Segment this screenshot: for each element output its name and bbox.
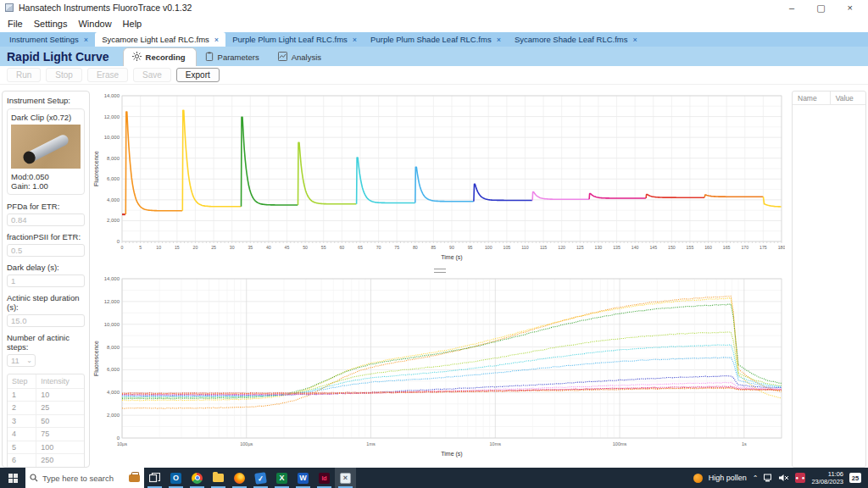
- start-button[interactable]: [0, 468, 25, 488]
- svg-text:14,000: 14,000: [104, 276, 120, 281]
- save-button[interactable]: Save: [133, 68, 171, 82]
- indesign-icon[interactable]: Id: [314, 468, 335, 488]
- document-tabs: Instrument Settings×Sycamore Light Leaf …: [0, 32, 868, 47]
- bottom-chart: 02,0004,0006,0008,00010,00012,00014,0001…: [90, 275, 785, 463]
- steps-table-header: Intensity: [36, 377, 70, 385]
- close-icon[interactable]: ×: [497, 36, 501, 44]
- field-input[interactable]: 15.0: [7, 314, 85, 327]
- taskbar-clock[interactable]: 11:06 23/08/2023: [811, 470, 843, 486]
- table-row[interactable]: 110: [8, 388, 84, 402]
- results-value-header: Value: [831, 94, 854, 103]
- menu-item-help[interactable]: Help: [123, 19, 142, 29]
- svg-text:85: 85: [431, 245, 436, 250]
- svg-text:140: 140: [632, 245, 639, 250]
- doc-tab-label: Sycamore Light Leaf RLC.fms: [102, 35, 209, 44]
- menu-item-file[interactable]: File: [8, 19, 23, 29]
- tab-parameters[interactable]: Parameters: [197, 48, 270, 66]
- svg-text:180: 180: [778, 245, 785, 250]
- svg-text:10,000: 10,000: [104, 135, 120, 140]
- tab-analysis[interactable]: Analysis: [270, 48, 331, 66]
- svg-text:2,000: 2,000: [107, 218, 120, 223]
- doc-tab[interactable]: Sycamore Light Leaf RLC.fms×: [95, 32, 225, 47]
- volume-muted-icon[interactable]: [779, 474, 789, 482]
- table-cell: 75: [36, 430, 49, 438]
- actinic-steps-dropdown[interactable]: 11 ⌄: [7, 354, 36, 367]
- svg-text:4,000: 4,000: [107, 390, 120, 395]
- svg-text:80: 80: [413, 245, 418, 250]
- charts-area: 02,0004,0006,0008,00010,00012,00014,0000…: [90, 85, 790, 468]
- excel-icon[interactable]: X: [271, 468, 292, 488]
- table-row[interactable]: 225: [8, 401, 84, 414]
- doc-tab[interactable]: Purple Plum Shade Leaf RLC.fms×: [364, 32, 508, 47]
- erase-button[interactable]: Erase: [87, 68, 128, 82]
- table-row[interactable]: 5100: [8, 441, 84, 454]
- network-icon[interactable]: [764, 474, 773, 482]
- svg-text:160: 160: [704, 245, 712, 250]
- viewer-icon[interactable]: ✓: [250, 468, 271, 488]
- svg-text:55: 55: [321, 245, 326, 250]
- svg-text:100ms: 100ms: [613, 441, 627, 446]
- outlook-icon[interactable]: O: [165, 468, 186, 488]
- svg-text:90: 90: [449, 245, 454, 250]
- chart-splitter[interactable]: [90, 265, 790, 275]
- file-explorer-icon[interactable]: [208, 468, 229, 488]
- svg-text:125: 125: [576, 245, 584, 250]
- chevron-up-icon[interactable]: ⌃: [753, 474, 759, 482]
- svg-text:Fluorescence: Fluorescence: [93, 151, 99, 186]
- menu-item-window[interactable]: Window: [78, 19, 111, 29]
- svg-text:145: 145: [649, 245, 657, 250]
- firefox-icon[interactable]: [229, 468, 250, 488]
- svg-text:0: 0: [121, 245, 124, 250]
- taskbar-search[interactable]: Type here to search: [25, 468, 144, 488]
- svg-text:0: 0: [117, 435, 120, 441]
- table-cell: 10: [36, 391, 49, 399]
- svg-text:12,000: 12,000: [104, 114, 120, 119]
- doc-tab[interactable]: Sycamore Shade Leaf RLC.fms×: [508, 32, 644, 47]
- field-input[interactable]: 1: [7, 274, 85, 287]
- steps-table: StepIntensity110225350475510062507500810…: [7, 374, 85, 468]
- top-chart: 02,0004,0006,0008,00010,00012,00014,0000…: [90, 91, 785, 265]
- chrome-icon[interactable]: [186, 468, 208, 488]
- doc-tab[interactable]: Instrument Settings×: [3, 32, 95, 47]
- maximize-button[interactable]: ▢: [816, 3, 825, 14]
- tray-app-icon[interactable]: ● ●: [795, 473, 805, 483]
- svg-text:Fluorescence: Fluorescence: [93, 341, 99, 376]
- briefcase-icon: [129, 474, 140, 482]
- table-row[interactable]: 475: [8, 427, 84, 441]
- windows-logo-icon: [8, 474, 18, 483]
- minimize-button[interactable]: –: [789, 3, 794, 14]
- close-button[interactable]: ×: [848, 3, 853, 14]
- system-tray: High pollen ⌃ ● ● 11:06 23/08/2023 25: [693, 470, 868, 486]
- export-button[interactable]: Export: [176, 68, 220, 82]
- svg-text:10µs: 10µs: [117, 441, 127, 446]
- stop-button[interactable]: Stop: [46, 68, 82, 82]
- taskbar-apps: O✓XWId×: [144, 468, 356, 488]
- close-icon[interactable]: ×: [633, 36, 637, 44]
- task-view-icon[interactable]: [144, 468, 165, 488]
- fluorotrace-icon[interactable]: ×: [335, 468, 356, 488]
- view-tab-label: Analysis: [292, 53, 321, 62]
- run-button[interactable]: Run: [7, 68, 41, 82]
- table-cell: 3: [8, 415, 36, 428]
- device-gain: Gain: 1.00: [11, 181, 81, 191]
- menu-item-settings[interactable]: Settings: [34, 19, 68, 29]
- table-row[interactable]: 350: [8, 414, 84, 428]
- close-icon[interactable]: ×: [214, 36, 219, 44]
- svg-text:1s: 1s: [742, 441, 747, 446]
- close-icon[interactable]: ×: [84, 36, 88, 44]
- field-input[interactable]: 0.84: [7, 214, 85, 226]
- table-row[interactable]: 6250: [8, 453, 84, 467]
- clock-time: 11:06: [811, 470, 843, 478]
- table-cell: 2: [8, 402, 36, 414]
- svg-text:40: 40: [266, 245, 271, 250]
- notifications-badge[interactable]: 25: [849, 473, 861, 483]
- field-input[interactable]: 0.5: [7, 244, 85, 257]
- svg-text:100µs: 100µs: [240, 441, 253, 446]
- doc-tab[interactable]: Purple Plum Light Leaf RLC.fms×: [225, 32, 364, 47]
- word-icon[interactable]: W: [292, 468, 314, 488]
- svg-text:2,000: 2,000: [107, 413, 120, 418]
- field-label: Dark delay (s):: [7, 263, 85, 272]
- close-icon[interactable]: ×: [353, 36, 357, 44]
- svg-text:8,000: 8,000: [107, 156, 120, 161]
- tab-recording[interactable]: Recording: [123, 47, 197, 66]
